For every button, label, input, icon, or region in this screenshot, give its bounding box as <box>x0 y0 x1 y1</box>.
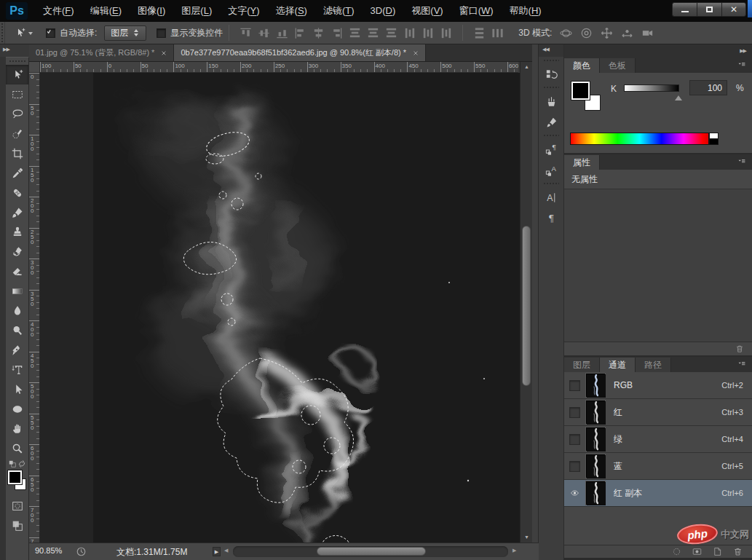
dist-hspace-icon[interactable] <box>491 26 504 40</box>
3d-camera-icon[interactable] <box>641 26 654 40</box>
dock-group-grip[interactable] <box>543 134 559 138</box>
menu-item-3[interactable]: 图层(L) <box>173 0 220 22</box>
auto-select-checkbox[interactable] <box>46 28 55 38</box>
history-panel-button[interactable] <box>542 65 561 84</box>
auto-select-target-dropdown[interactable]: 图层 <box>104 25 146 41</box>
ruler-corner[interactable] <box>29 62 40 73</box>
paragraph-styles-button[interactable]: ¶ <box>542 140 561 159</box>
move-tool[interactable] <box>6 65 28 84</box>
3d-orbit-icon[interactable] <box>559 26 573 40</box>
show-transform-checkbox[interactable] <box>157 28 166 38</box>
toolbox-grip[interactable] <box>9 59 25 63</box>
quick-mask-button[interactable] <box>6 496 28 516</box>
dist-vspace-icon[interactable] <box>472 26 486 40</box>
document-tab-1[interactable]: 0b7e377e9770eaa9b68f51bf362aed6.jpg @ 90… <box>174 44 426 61</box>
zoom-tool[interactable] <box>6 438 28 458</box>
foreground-background-swatches[interactable] <box>6 469 28 496</box>
healing-brush-tool[interactable] <box>6 183 28 202</box>
3d-roll-icon[interactable] <box>579 26 593 40</box>
shape-tool[interactable] <box>6 399 28 419</box>
foreground-color-swatch[interactable] <box>571 82 590 100</box>
foreground-color-swatch[interactable] <box>8 470 22 484</box>
dist-right-icon[interactable] <box>439 26 453 40</box>
quick-select-tool[interactable] <box>6 124 28 143</box>
canvas[interactable] <box>40 73 520 543</box>
scroll-up-icon[interactable]: ▲ <box>521 63 533 71</box>
channel-row-蓝[interactable]: 蓝Ctrl+5 <box>564 453 752 480</box>
document-size-info[interactable]: 文档:1.31M/1.75M <box>116 546 187 559</box>
3d-pan-icon[interactable] <box>600 26 614 40</box>
menu-item-8[interactable]: 视图(V) <box>403 0 451 22</box>
eraser-tool[interactable] <box>6 261 28 281</box>
default-colors-icon[interactable] <box>8 460 17 468</box>
channel-row-RGB[interactable]: RGBCtrl+2 <box>564 372 752 399</box>
document-tab-0[interactable]: 01.jpg @ 75.1% (背景, RGB/8#) * <box>29 44 174 61</box>
clone-stamp-tool[interactable] <box>6 222 28 242</box>
tab-swatches[interactable]: 色板 <box>600 58 636 73</box>
k-slider-handle[interactable] <box>675 92 682 100</box>
tab-close-icon[interactable] <box>413 50 419 56</box>
menu-item-6[interactable]: 滤镜(T) <box>315 0 363 22</box>
crop-tool[interactable] <box>6 143 28 163</box>
visibility-toggle[interactable] <box>569 407 580 418</box>
align-top-icon[interactable] <box>239 26 253 40</box>
type-tool[interactable] <box>6 360 28 379</box>
channel-thumbnail[interactable] <box>586 481 605 505</box>
delete-channel-icon[interactable] <box>732 546 743 557</box>
menu-item-4[interactable]: 文字(Y) <box>220 0 267 22</box>
dock-group-grip[interactable] <box>543 86 559 90</box>
dock-expand-button[interactable]: ▶▶ <box>740 48 746 54</box>
menu-item-5[interactable]: 选择(S) <box>268 0 315 22</box>
menu-item-0[interactable]: 文件(F) <box>35 0 82 22</box>
minimize-button[interactable] <box>672 2 697 17</box>
horizontal-scrollbar[interactable] <box>233 546 508 557</box>
tab-layers[interactable]: 图层 <box>564 358 600 372</box>
blur-tool[interactable] <box>6 301 28 320</box>
visibility-toggle[interactable] <box>569 461 580 472</box>
new-channel-icon[interactable] <box>712 546 723 557</box>
panel-menu-icon[interactable] <box>736 61 748 69</box>
zoom-level-field[interactable]: 90.85% <box>35 546 62 555</box>
channel-thumbnail[interactable] <box>586 374 605 397</box>
tab-channels[interactable]: 通道 <box>600 358 636 372</box>
marquee-tool[interactable] <box>6 84 28 104</box>
eyedropper-tool[interactable] <box>6 163 28 183</box>
options-bar-grip[interactable] <box>0 22 5 44</box>
channel-thumbnail[interactable] <box>586 401 605 424</box>
panel-menu-icon[interactable] <box>736 158 748 166</box>
visibility-eye-icon[interactable] <box>569 488 580 499</box>
vertical-scrollbar-thumb[interactable] <box>522 226 531 386</box>
hand-tool[interactable] <box>6 419 28 438</box>
panel-menu-icon[interactable] <box>736 360 748 368</box>
channel-row-绿[interactable]: 绿Ctrl+4 <box>564 426 752 453</box>
dist-hcenter-icon[interactable] <box>421 26 435 40</box>
tab-paths[interactable]: 路径 <box>636 358 671 372</box>
tab-properties[interactable]: 属性 <box>564 155 600 170</box>
maximize-button[interactable] <box>697 2 721 17</box>
vertical-ruler[interactable]: 05 01 0 01 5 02 0 02 5 03 0 03 5 04 0 04… <box>29 73 40 543</box>
toolbar-collapse-button[interactable]: ▶▶ <box>0 44 29 57</box>
k-value-field[interactable]: 100 <box>689 80 727 95</box>
brush-tool[interactable] <box>6 202 28 222</box>
dist-left-icon[interactable] <box>403 26 416 40</box>
scroll-down-icon[interactable]: ▼ <box>521 533 533 542</box>
scroll-right-icon[interactable]: ▶ <box>512 548 516 553</box>
close-button[interactable]: ✕ <box>721 2 746 17</box>
brush-presets-button[interactable] <box>542 92 561 111</box>
horizontal-scrollbar-thumb[interactable] <box>317 547 426 556</box>
gradient-tool[interactable] <box>6 281 28 301</box>
align-vcenter-icon[interactable] <box>257 26 271 40</box>
menu-item-10[interactable]: 帮助(H) <box>502 0 550 22</box>
align-left-icon[interactable] <box>293 26 307 40</box>
screen-mode-button[interactable] <box>6 516 28 535</box>
character-styles-button[interactable]: A <box>542 161 561 180</box>
menu-item-7[interactable]: 3D(D) <box>363 0 404 22</box>
vertical-scrollbar[interactable]: ▲ ▼ <box>520 62 532 543</box>
visibility-toggle[interactable] <box>569 434 580 445</box>
tab-color[interactable]: 颜色 <box>564 58 600 73</box>
black-swatch[interactable] <box>709 138 719 145</box>
dodge-tool[interactable] <box>6 320 28 340</box>
channel-thumbnail[interactable] <box>586 427 605 451</box>
color-spectrum-ramp[interactable] <box>570 133 709 145</box>
menu-item-9[interactable]: 窗口(W) <box>451 0 502 22</box>
